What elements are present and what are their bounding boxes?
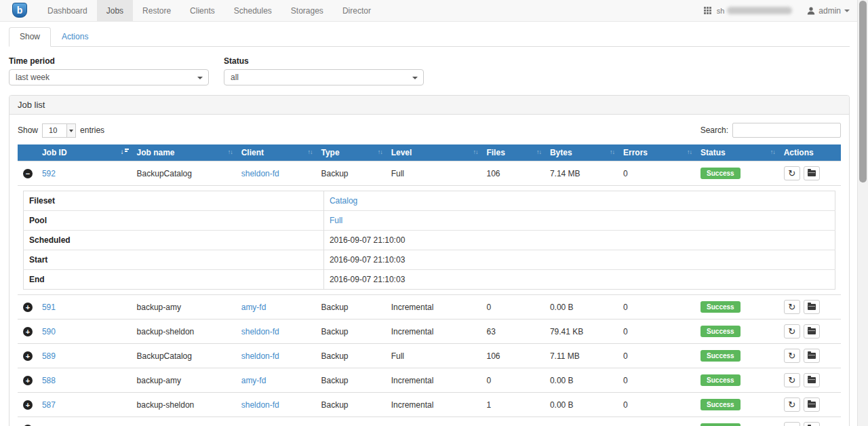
job-id-link[interactable]: 589 [42, 351, 56, 361]
restore-job-button[interactable] [804, 166, 820, 180]
detail-row: End 2016-09-07 21:10:03 [24, 270, 835, 290]
search-input[interactable] [732, 123, 841, 138]
nav-item-jobs[interactable]: Jobs [97, 0, 133, 21]
restore-job-button[interactable] [804, 349, 820, 363]
column-header-status[interactable]: Status↑↓ [695, 144, 778, 161]
detail-row: Scheduled 2016-09-07 21:10:00 [24, 231, 835, 250]
rerun-job-button[interactable]: ↻ [784, 300, 800, 314]
nav-item-restore[interactable]: Restore [133, 0, 180, 21]
status-label: Status [224, 56, 424, 66]
job-id-link[interactable]: 587 [42, 400, 56, 410]
job-id-link[interactable]: 591 [42, 303, 56, 312]
client-link[interactable]: sheldon-fd [241, 327, 279, 336]
job-files-cell: 0 [481, 368, 544, 393]
rerun-job-button[interactable]: ↻ [784, 398, 800, 412]
status-badge: Success [701, 326, 741, 337]
status-badge: Success [701, 374, 741, 386]
column-header-job-id[interactable]: Job ID ↓ [37, 144, 132, 161]
column-header-client[interactable]: Client↑↓ [236, 144, 316, 161]
table-row: + 587 backup-sheldon sheldon-fd Backup I… [18, 393, 841, 417]
bareos-logo[interactable]: b [12, 3, 27, 18]
job-id-link[interactable]: 590 [42, 327, 56, 336]
expand-row-icon[interactable]: + [23, 400, 33, 410]
job-errors-cell: 0 [618, 295, 695, 320]
job-type-cell: Backup [315, 393, 385, 417]
table-row: + 586 BackupCatalog sheldon-fd Backup Fu… [18, 417, 841, 426]
job-bytes-cell: 7.09 MB [545, 417, 618, 426]
job-name-cell: BackupCatalog [132, 344, 236, 368]
time-period-value: last week [16, 73, 50, 82]
restore-job-button[interactable] [804, 300, 820, 314]
nav-item-storages[interactable]: Storages [281, 0, 333, 21]
restore-job-button[interactable] [804, 373, 820, 387]
rerun-job-button[interactable]: ↻ [784, 324, 800, 338]
job-errors-cell: 0 [618, 393, 695, 417]
time-period-select[interactable]: last week [9, 69, 209, 85]
job-name-cell: backup-sheldon [132, 393, 236, 417]
client-link[interactable]: sheldon-fd [241, 400, 279, 410]
job-id-link[interactable]: 588 [42, 376, 56, 385]
detail-label: End [24, 270, 324, 290]
restore-job-button[interactable] [804, 398, 820, 412]
client-link[interactable]: amy-fd [241, 376, 267, 385]
client-link[interactable]: sheldon-fd [241, 169, 279, 178]
restore-job-button[interactable] [804, 324, 820, 338]
column-header-files[interactable]: Files↑↓ [481, 144, 544, 161]
rerun-job-button[interactable]: ↻ [784, 373, 800, 387]
panel-title: Job list [9, 96, 849, 115]
job-bytes-cell: 0.00 B [545, 368, 618, 393]
nav-item-clients[interactable]: Clients [180, 0, 224, 21]
column-header-job-name[interactable]: Job name↑↓ [132, 144, 236, 161]
rerun-job-button[interactable]: ↻ [784, 166, 800, 180]
rerun-job-button[interactable]: ↻ [784, 349, 800, 363]
refresh-icon: ↻ [788, 169, 795, 178]
sort-icon: ↑↓ [687, 149, 692, 155]
tab-show[interactable]: Show [9, 27, 51, 47]
job-files-cell: 63 [481, 320, 544, 344]
column-header-errors[interactable]: Errors↑↓ [618, 144, 695, 161]
detail-value: Catalog [323, 191, 835, 211]
column-header-level[interactable]: Level↑↓ [386, 144, 481, 161]
vertical-scrollbar[interactable] [857, 0, 868, 426]
detail-value-link[interactable]: Catalog [330, 196, 357, 206]
detail-value: Full [323, 211, 835, 231]
expand-row-icon[interactable]: + [23, 327, 33, 336]
status-select[interactable]: all [224, 69, 424, 85]
grid-icon[interactable] [704, 7, 711, 14]
job-id-link[interactable]: 592 [42, 169, 56, 178]
job-bytes-cell: 79.41 KB [545, 320, 618, 344]
nav-item-dashboard[interactable]: Dashboard [38, 0, 97, 21]
column-header-expand [18, 144, 37, 161]
tab-actions[interactable]: Actions [51, 27, 99, 46]
page-size-select[interactable]: 10 [42, 123, 76, 138]
job-level-cell: Incremental [386, 320, 481, 344]
expand-row-icon[interactable]: − [23, 169, 33, 178]
job-type-cell: Backup [315, 368, 385, 393]
job-files-cell: 106 [481, 417, 544, 426]
entries-label: entries [80, 125, 104, 135]
column-header-bytes[interactable]: Bytes↑↓ [545, 144, 618, 161]
restore-job-button[interactable] [804, 422, 820, 426]
table-row: + 591 backup-amy amy-fd Backup Increment… [18, 295, 841, 320]
expand-row-icon[interactable]: + [23, 303, 33, 312]
job-level-cell: Full [386, 344, 481, 368]
nav-item-schedules[interactable]: Schedules [224, 0, 281, 21]
nav-item-director[interactable]: Director [333, 0, 380, 21]
client-link[interactable]: sheldon-fd [241, 351, 279, 361]
status-badge: Success [701, 301, 741, 313]
expand-row-icon[interactable]: + [23, 351, 33, 361]
table-row: + 588 backup-amy amy-fd Backup Increment… [18, 368, 841, 393]
top-navbar: b Dashboard Jobs Restore Clients Schedul… [0, 0, 868, 22]
folder-icon [808, 402, 816, 408]
detail-value-link[interactable]: Full [330, 216, 342, 225]
client-link[interactable]: amy-fd [241, 303, 267, 312]
chevron-down-icon [844, 9, 850, 12]
folder-icon [808, 328, 816, 334]
chevron-down-icon [197, 77, 203, 79]
column-header-type[interactable]: Type↑↓ [315, 144, 385, 161]
scrollbar-thumb[interactable] [859, 1, 867, 182]
jobs-table: Job ID ↓ Job name↑↓ Client↑↓ Type↑↓ Leve… [18, 144, 841, 426]
expand-row-icon[interactable]: + [23, 376, 33, 385]
rerun-job-button[interactable]: ↻ [784, 422, 800, 426]
user-menu[interactable]: admin [797, 6, 850, 16]
